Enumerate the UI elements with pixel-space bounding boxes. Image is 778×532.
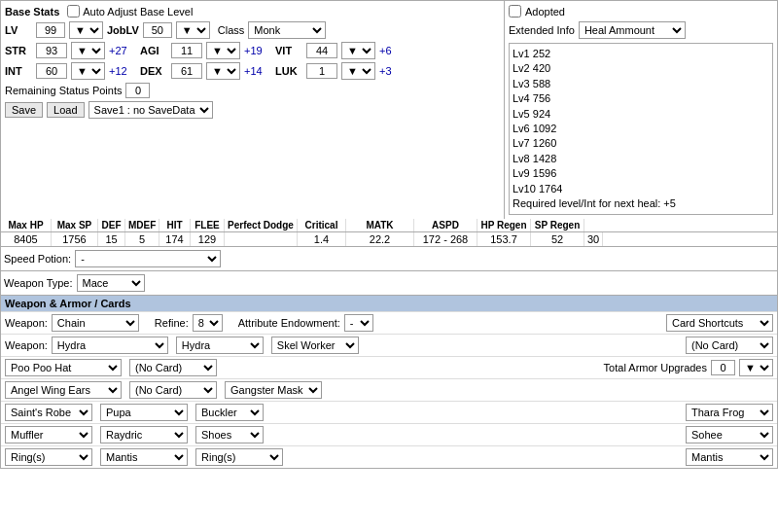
remaining-input[interactable] bbox=[125, 83, 150, 98]
weapon-type-select[interactable]: Mace bbox=[77, 274, 145, 292]
extended-info-box: Lv1 252 Lv2 420 Lv3 588 Lv4 756 Lv5 924 … bbox=[509, 43, 773, 215]
save-load-row: Save Load Save1 : no SaveData bbox=[5, 101, 500, 119]
mantis2-select[interactable]: Mantis bbox=[686, 448, 773, 466]
int-input[interactable] bbox=[36, 63, 67, 79]
adopted-checkbox[interactable] bbox=[509, 5, 521, 18]
joblv-input[interactable] bbox=[143, 22, 172, 38]
right-panel: Adopted Extended Info Heal Ammount Lv1 2… bbox=[505, 1, 777, 219]
stats-header-row: Max HP Max SP DEF MDEF HIT FLEE Perfect … bbox=[1, 219, 777, 232]
hpregen-header: HP Regen bbox=[477, 219, 531, 231]
poo-poo-hat-select[interactable]: Poo Poo Hat bbox=[5, 359, 122, 376]
buckler-select[interactable]: Buckler bbox=[195, 404, 264, 421]
agi-input[interactable] bbox=[171, 43, 202, 58]
base-stats-title: Base Stats bbox=[5, 6, 59, 18]
str-input[interactable] bbox=[36, 43, 67, 58]
hit-header: HIT bbox=[159, 219, 191, 231]
mdef-value: 5 bbox=[125, 232, 159, 246]
no-card4-select[interactable]: (No Card) bbox=[129, 381, 217, 399]
muffler-select[interactable]: Muffler bbox=[5, 426, 92, 443]
weapon-armor-section: Weapon & Armor / Cards Weapon: Chain Ref… bbox=[0, 296, 778, 469]
skel-worker-select[interactable]: Skel Worker bbox=[271, 337, 359, 354]
wa-row-3: Poo Poo Hat (No Card) Total Armor Upgrad… bbox=[1, 356, 777, 378]
weapon1-select[interactable]: Chain bbox=[52, 314, 139, 332]
lv-select[interactable]: ▼ bbox=[69, 21, 103, 39]
stats-bar: Max HP Max SP DEF MDEF HIT FLEE Perfect … bbox=[0, 219, 778, 271]
wa-row-7: Ring(s) Mantis Ring(s) Mantis bbox=[1, 445, 777, 468]
total-armor-label: Total Armor Upgrades bbox=[604, 362, 707, 373]
speed-potion-select[interactable]: - bbox=[75, 250, 221, 267]
weapon-armor-title: Weapon & Armor / Cards bbox=[1, 296, 777, 311]
auto-adjust-checkbox[interactable] bbox=[67, 5, 80, 18]
base-stats-header: Base Stats Auto Adjust Base Level bbox=[5, 5, 500, 18]
mantis1-select[interactable]: Mantis bbox=[100, 448, 188, 466]
wa-row-1: Weapon: Chain Refine: 8 Attribute Endowm… bbox=[1, 311, 777, 334]
agi-bonus: +19 bbox=[244, 45, 271, 56]
save-slot-select[interactable]: Save1 : no SaveData bbox=[88, 101, 213, 119]
weapon1-label: Weapon: bbox=[5, 317, 48, 329]
lv-input[interactable] bbox=[36, 22, 65, 38]
angel-wing-ears-select[interactable]: Angel Wing Ears bbox=[5, 381, 122, 399]
total-armor-input[interactable] bbox=[711, 360, 735, 375]
total-armor-select[interactable]: ▼ bbox=[739, 359, 773, 376]
maxhp-header: Max HP bbox=[1, 219, 52, 231]
shoes-select[interactable]: Shoes bbox=[195, 426, 264, 443]
joblv-label: JobLV bbox=[107, 24, 139, 36]
lv-row: LV ▼ JobLV ▼ Class Monk bbox=[5, 21, 500, 39]
vit-input[interactable] bbox=[306, 43, 337, 58]
dex-select[interactable]: ▼ bbox=[206, 62, 240, 80]
attribute-label: Attribute Endowment: bbox=[238, 317, 340, 329]
auto-adjust-label[interactable]: Auto Adjust Base Level bbox=[67, 5, 193, 18]
load-button[interactable]: Load bbox=[47, 102, 84, 118]
sohee-select[interactable]: Sohee bbox=[686, 426, 773, 443]
aspd-header: ASPD bbox=[414, 219, 477, 231]
left-panel: Base Stats Auto Adjust Base Level LV ▼ J… bbox=[1, 1, 505, 219]
thara-frog-select[interactable]: Thara Frog bbox=[686, 404, 773, 421]
vit-select[interactable]: ▼ bbox=[341, 42, 375, 59]
card-shortcuts-select[interactable]: Card Shortcuts bbox=[666, 314, 773, 332]
speed-potion-row: Speed Potion: - bbox=[1, 246, 777, 270]
save-button[interactable]: Save bbox=[5, 102, 43, 118]
weapon2-label: Weapon: bbox=[5, 339, 48, 351]
critical-value: 1.4 bbox=[298, 232, 346, 246]
def-header: DEF bbox=[98, 219, 125, 231]
matk-header: MATK bbox=[346, 219, 414, 231]
luk-bonus: +3 bbox=[379, 65, 407, 77]
weapon2-select[interactable]: Hydra bbox=[52, 337, 168, 354]
dex-input[interactable] bbox=[171, 63, 202, 79]
luk-input[interactable] bbox=[306, 63, 337, 79]
perfect-dodge-value bbox=[225, 232, 298, 246]
class-select[interactable]: Monk bbox=[248, 21, 326, 39]
no-card3-select[interactable]: (No Card) bbox=[129, 359, 217, 376]
luk-label: LUK bbox=[275, 65, 302, 77]
luk-select[interactable]: ▼ bbox=[341, 62, 375, 80]
rings2-select[interactable]: Ring(s) bbox=[195, 448, 283, 466]
gangster-mask-select[interactable]: Gangster Mask bbox=[225, 381, 322, 399]
attribute-select[interactable]: - bbox=[344, 314, 373, 332]
str-select[interactable]: ▼ bbox=[71, 42, 105, 59]
extended-info-select[interactable]: Heal Ammount bbox=[579, 21, 686, 39]
str-row: STR ▼ +27 AGI ▼ +19 VIT ▼ +6 bbox=[5, 42, 500, 59]
spregen-value2: 30 bbox=[584, 232, 603, 246]
extended-info-label: Extended Info bbox=[509, 24, 575, 36]
class-label: Class bbox=[218, 24, 245, 36]
wa-row-2: Weapon: Hydra Hydra Skel Worker (No Card… bbox=[1, 334, 777, 356]
no-card2-select[interactable]: (No Card) bbox=[686, 337, 773, 354]
joblv-select[interactable]: ▼ bbox=[176, 21, 210, 39]
str-label: STR bbox=[5, 45, 32, 56]
critical-header: Critical bbox=[298, 219, 346, 231]
raydric-select[interactable]: Raydric bbox=[100, 426, 188, 443]
maxhp-value: 8405 bbox=[1, 232, 52, 246]
int-select[interactable]: ▼ bbox=[71, 62, 105, 80]
agi-select[interactable]: ▼ bbox=[206, 42, 240, 59]
hpregen-value: 153.7 bbox=[477, 232, 531, 246]
flee-value: 129 bbox=[191, 232, 225, 246]
hydra-card-select[interactable]: Hydra bbox=[176, 337, 264, 354]
refine-select[interactable]: 8 bbox=[193, 314, 223, 332]
mdef-header: MDEF bbox=[125, 219, 159, 231]
wa-row-4: Angel Wing Ears (No Card) Gangster Mask bbox=[1, 378, 777, 401]
pupa-select[interactable]: Pupa bbox=[100, 404, 188, 421]
remaining-label: Remaining Status Points bbox=[5, 85, 122, 96]
rings1-select[interactable]: Ring(s) bbox=[5, 448, 92, 466]
saints-robe-select[interactable]: Saint's Robe bbox=[5, 404, 92, 421]
stats-values-row: 8405 1756 15 5 174 129 1.4 22.2 172 - 26… bbox=[1, 232, 777, 246]
